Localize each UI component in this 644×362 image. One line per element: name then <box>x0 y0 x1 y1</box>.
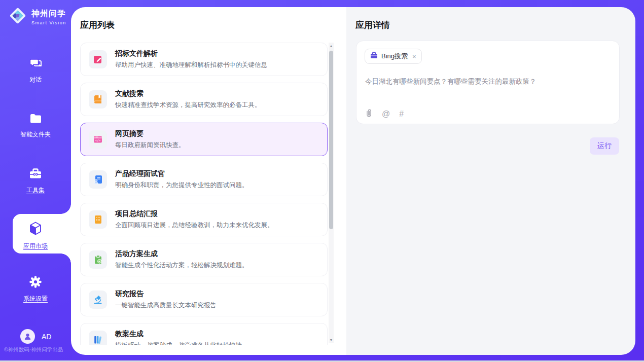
app-card-event-plan[interactable]: 活动方案生成 智能生成个性化活动方案，轻松解决规划难题。 <box>80 243 328 276</box>
doc-edit-icon <box>89 50 107 68</box>
book-icon <box>89 90 107 108</box>
app-card-title: 文献搜索 <box>115 89 261 98</box>
app-card-pm-interviewer[interactable]: 产品经理面试官 明确身份和职责，为您提供专业性的面试问题。 <box>80 163 328 196</box>
sidebar-item-smart-folder[interactable]: 智能文件夹 <box>0 113 71 139</box>
chat-icon <box>29 57 43 72</box>
app-card-literature-search[interactable]: 文献搜索 快速精准查找学术资源，提高研究效率的必备工具。 <box>80 83 328 116</box>
chip-close-icon[interactable]: × <box>412 53 416 60</box>
brand-logo: 神州问学 Smart Vision <box>8 6 66 27</box>
app-card-desc: 智能生成个性化活动方案，轻松解决规划难题。 <box>115 261 248 270</box>
sidebar-item-settings[interactable]: 系统设置 <box>0 275 71 303</box>
app-card-title: 产品经理面试官 <box>115 169 248 178</box>
paperclip-icon[interactable] <box>365 108 373 119</box>
browser-code-icon: </> <box>89 130 107 149</box>
sidebar-item-label: 智能文件夹 <box>20 130 51 139</box>
composer-toolbar: @ # <box>365 108 404 119</box>
scrollbar-down-arrow[interactable]: ▼ <box>329 337 334 343</box>
gear-icon <box>28 275 43 291</box>
microscope-icon <box>89 291 107 309</box>
books-icon <box>89 331 107 345</box>
hash-icon[interactable]: # <box>399 110 404 119</box>
gem-logo-icon <box>8 6 27 27</box>
app-detail-panel: 应用详情 Bing搜索 × 今日湖北有哪些新闻要点？有哪些需要关注的最新政策？ … <box>346 7 635 355</box>
app-card-lesson-plan[interactable]: 教案生成 模板驱动，教案秒成，教学准备从此轻松快捷 <box>80 323 328 345</box>
app-card-desc: 一键智能生成高质量长文本研究报告 <box>115 301 217 310</box>
tool-chip-label: Bing搜索 <box>381 52 408 61</box>
app-card-title: 教案生成 <box>115 330 242 339</box>
brand-subtitle: Smart Vision <box>31 20 66 25</box>
sidebar-item-chat[interactable]: 对话 <box>0 57 71 84</box>
app-card-desc: 模板驱动，教案秒成，教学准备从此轻松快捷 <box>115 341 242 345</box>
app-detail-title: 应用详情 <box>355 19 390 31</box>
app-card-title: 招标文件解析 <box>115 49 267 58</box>
sidebar-item-app-market[interactable]: 应用市场 <box>0 221 71 250</box>
toolbox-icon <box>28 167 43 183</box>
run-button[interactable]: 运行 <box>590 137 619 155</box>
app-list-panel: 应用列表 招标文件解析 帮助用户快速、准确地理解和解析招标书中的关键信息 <box>71 7 346 355</box>
scrollbar-up-arrow[interactable]: ▲ <box>329 43 334 49</box>
sidebar-item-label: 对话 <box>29 76 42 84</box>
app-card-desc: 明确身份和职责，为您提供专业性的面试问题。 <box>115 181 248 190</box>
sidebar: 神州问学 Smart Vision 对话 智能文件夹 <box>0 0 71 360</box>
briefcase-icon <box>370 52 378 61</box>
app-card-title: 研究报告 <box>115 289 217 299</box>
sidebar-item-toolset[interactable]: 工具集 <box>0 167 71 195</box>
note-icon <box>89 210 107 229</box>
app-card-web-summary[interactable]: </> 网页摘要 每日政府新闻资讯快查。 <box>80 123 328 156</box>
app-list: 招标文件解析 帮助用户快速、准确地理解和解析招标书中的关键信息 文献搜索 快速精… <box>80 43 328 345</box>
app-card-title: 活动方案生成 <box>115 249 248 259</box>
mention-icon[interactable]: @ <box>382 110 390 119</box>
user-account[interactable]: AD <box>20 329 51 344</box>
app-card-project-summary[interactable]: 项目总结汇报 全面回顾项目进展，总结经验教训，助力未来优化发展。 <box>80 203 328 236</box>
avatar <box>20 329 35 344</box>
list-scrollbar[interactable]: ▲ ▼ <box>329 43 334 343</box>
prompt-card: Bing搜索 × 今日湖北有哪些新闻要点？有哪些需要关注的最新政策？ @ # <box>356 41 620 124</box>
svg-text:</>: </> <box>95 138 101 142</box>
user-initials: AD <box>42 333 51 341</box>
doc-person-icon <box>89 170 107 189</box>
app-card-desc: 每日政府新闻资讯快查。 <box>115 141 185 150</box>
cube-icon <box>28 221 43 238</box>
app-card-title: 网页摘要 <box>115 129 185 138</box>
tool-chip-bing-search[interactable]: Bing搜索 × <box>365 49 422 64</box>
app-list-title: 应用列表 <box>80 19 115 31</box>
app-card-desc: 全面回顾项目进展，总结经验教训，助力未来优化发展。 <box>115 221 274 230</box>
scrollbar-thumb[interactable] <box>329 51 333 229</box>
sidebar-item-label: 工具集 <box>26 186 45 195</box>
clipboard-check-icon <box>89 250 107 269</box>
copyright-text: ©神州数码·神州问学出品 <box>4 346 71 353</box>
brand-name: 神州问学 <box>31 9 66 19</box>
app-card-research-report[interactable]: 研究报告 一键智能生成高质量长文本研究报告 <box>80 283 328 316</box>
sidebar-item-label: 应用市场 <box>23 242 48 250</box>
app-card-desc: 帮助用户快速、准确地理解和解析招标书中的关键信息 <box>115 61 267 69</box>
app-card-bid-parse[interactable]: 招标文件解析 帮助用户快速、准确地理解和解析招标书中的关键信息 <box>80 43 328 76</box>
app-card-desc: 快速精准查找学术资源，提高研究效率的必备工具。 <box>115 101 261 110</box>
app-card-title: 项目总结汇报 <box>115 209 274 219</box>
sidebar-item-label: 系统设置 <box>23 295 48 303</box>
query-input[interactable]: 今日湖北有哪些新闻要点？有哪些需要关注的最新政策？ <box>365 77 609 86</box>
folder-icon <box>29 113 43 127</box>
